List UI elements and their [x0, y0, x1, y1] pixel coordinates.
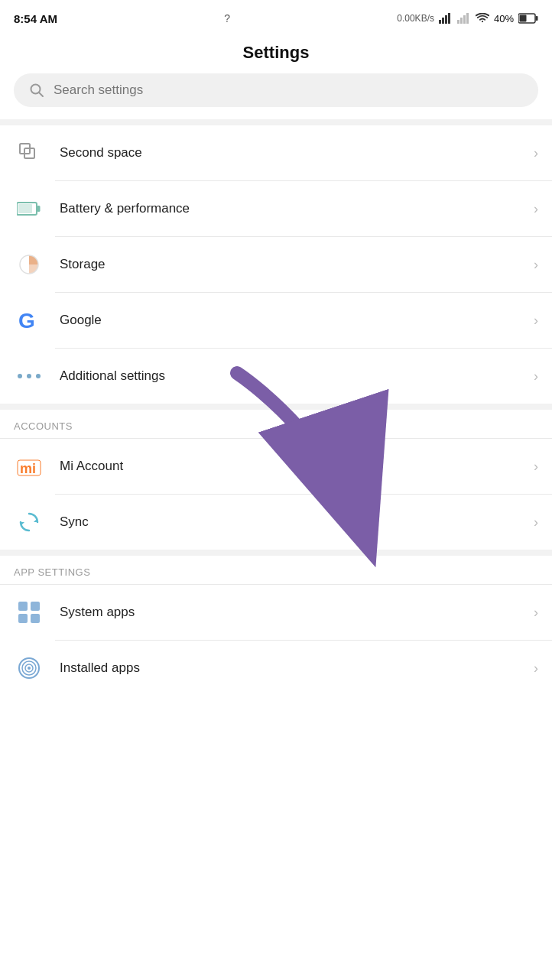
page-header: Settings — [0, 34, 552, 73]
battery-perf-icon — [14, 193, 44, 224]
settings-item-system-apps[interactable]: System apps › — [0, 585, 552, 640]
svg-rect-2 — [445, 15, 447, 24]
second-space-icon — [14, 138, 44, 168]
google-icon: G — [14, 305, 44, 336]
page-title: Settings — [243, 43, 310, 62]
mi-account-label: Mi Account — [60, 459, 534, 474]
svg-point-22 — [36, 374, 41, 378]
settings-item-second-space[interactable]: Second space › — [0, 125, 552, 180]
svg-text:mi: mi — [20, 461, 36, 476]
chevron-icon: › — [534, 605, 538, 621]
svg-point-21 — [27, 374, 31, 378]
svg-rect-5 — [460, 18, 463, 24]
svg-rect-9 — [536, 16, 538, 21]
section-divider-top — [0, 119, 552, 125]
app-settings-section-label: APP SETTINGS — [0, 556, 552, 584]
settings-item-installed-apps[interactable]: Installed apps › — [0, 641, 552, 696]
settings-item-battery[interactable]: Battery & performance › — [0, 181, 552, 236]
search-bar[interactable] — [14, 73, 538, 107]
svg-point-20 — [18, 374, 22, 378]
settings-section-app: APP SETTINGS System apps › Installed app… — [0, 556, 552, 696]
chevron-icon: › — [534, 257, 538, 273]
wifi-icon — [476, 13, 489, 24]
sync-label: Sync — [60, 514, 534, 530]
settings-section-accounts: ACCOUNTS mi Mi Account › Sync › — [0, 410, 552, 550]
settings-item-google[interactable]: G Google › — [0, 293, 552, 348]
svg-rect-6 — [463, 15, 466, 24]
accounts-section-label: ACCOUNTS — [0, 410, 552, 438]
svg-rect-4 — [457, 20, 459, 24]
svg-rect-1 — [442, 18, 444, 24]
system-apps-label: System apps — [60, 605, 534, 620]
svg-rect-29 — [18, 614, 28, 623]
dots-icon — [14, 361, 44, 391]
chevron-icon: › — [534, 201, 538, 217]
battery-percent: 40% — [494, 13, 514, 24]
question-mark-icon: ? — [224, 12, 230, 24]
svg-marker-25 — [34, 518, 37, 522]
signal-icon — [439, 13, 453, 24]
battery-icon — [518, 13, 538, 24]
status-bar: 8:54 AM ? 0.00KB/s 40% — [0, 0, 552, 34]
google-label: Google — [60, 313, 534, 328]
additional-settings-label: Additional settings — [60, 368, 534, 384]
storage-label: Storage — [60, 257, 534, 272]
section-divider-app-settings — [0, 550, 552, 556]
svg-rect-7 — [466, 13, 469, 24]
search-input[interactable] — [54, 83, 523, 98]
svg-line-12 — [39, 92, 43, 96]
status-time: 8:54 AM — [14, 12, 57, 25]
network-speed: 0.00KB/s — [397, 13, 434, 24]
battery-label: Battery & performance — [60, 201, 534, 216]
status-right: 0.00KB/s 40% — [397, 13, 538, 24]
second-space-label: Second space — [60, 145, 534, 161]
svg-rect-10 — [520, 15, 527, 22]
chevron-icon: › — [534, 459, 538, 475]
settings-section-misc: Second space › Battery & performance › S… — [0, 125, 552, 404]
chevron-icon: › — [534, 313, 538, 329]
installed-apps-label: Installed apps — [60, 660, 534, 676]
installed-apps-icon — [14, 653, 44, 683]
svg-rect-30 — [31, 614, 40, 623]
svg-rect-27 — [18, 602, 28, 611]
svg-rect-28 — [31, 602, 40, 611]
svg-rect-0 — [439, 20, 441, 24]
system-apps-icon — [14, 597, 44, 628]
storage-icon — [14, 249, 44, 280]
settings-item-storage[interactable]: Storage › — [0, 237, 552, 292]
settings-item-mi-account[interactable]: mi Mi Account › — [0, 439, 552, 494]
settings-item-sync[interactable]: Sync › — [0, 495, 552, 550]
chevron-icon: › — [534, 514, 538, 531]
lte-icon — [457, 13, 471, 24]
chevron-icon: › — [534, 145, 538, 161]
sync-icon — [14, 507, 44, 537]
section-divider-accounts — [0, 404, 552, 410]
search-icon — [29, 83, 44, 98]
search-bar-container[interactable] — [0, 73, 552, 119]
svg-rect-16 — [37, 206, 41, 212]
chevron-icon: › — [534, 660, 538, 677]
svg-text:G: G — [18, 309, 35, 333]
chevron-icon: › — [534, 368, 538, 385]
svg-marker-26 — [21, 522, 24, 526]
settings-item-additional[interactable]: Additional settings › — [0, 349, 552, 404]
svg-rect-3 — [448, 13, 450, 24]
mi-account-icon: mi — [14, 451, 44, 482]
svg-rect-17 — [18, 204, 32, 213]
svg-point-34 — [28, 667, 31, 670]
